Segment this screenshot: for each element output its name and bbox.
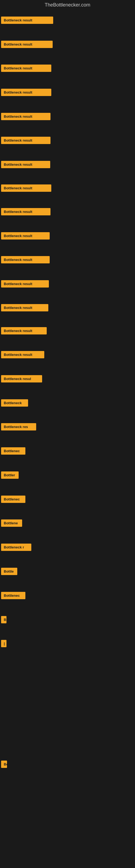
bottleneck-result-item: Bottleneck result [1,17,53,24]
bottleneck-result-item: Bottleneck res [1,423,36,431]
site-title: TheBottlenecker.com [0,0,135,9]
bottleneck-result-item: Bottleneck result [1,208,50,215]
bottleneck-result-item: Bottleneck resul [1,375,42,382]
bottleneck-result-item: Bottleneck result [1,41,53,48]
bottleneck-result-item: Bottleneck [1,399,28,407]
bottleneck-result-item: Bottleneck result [1,232,50,240]
bottleneck-result-item: Bottleneck r [1,544,31,551]
bottleneck-result-item: Bottleneck result [1,327,47,335]
bottleneck-result-item: Bottleneck result [1,184,51,192]
bottleneck-result-item: Bottlenec [1,447,26,455]
bottleneck-result-item: Bottleneck result [1,256,50,264]
bottleneck-result-item: Bottleneck result [1,89,51,96]
bottleneck-result-item: Bottler [1,471,18,479]
bottleneck-result-item: Bottlenec [1,592,26,599]
bottleneck-result-item: Bottlene [1,520,22,527]
bottleneck-result-item: | [1,640,6,647]
bottleneck-result-item: Bottleneck result [1,304,48,311]
bottleneck-result-item: Bottleneck result [1,280,49,287]
bottleneck-result-item: Bottlenec [1,496,26,503]
bottleneck-result-item: Bo [1,761,7,768]
bottleneck-result-item: Bottleneck result [1,161,50,168]
bottleneck-result-item: Bottleneck result [1,351,44,358]
bottleneck-result-item: B [1,616,6,623]
bottleneck-result-item: Bottleneck result [1,113,50,120]
bottleneck-result-item: Bottle [1,568,17,575]
bottleneck-result-item: Bottleneck result [1,65,51,72]
bottleneck-result-item: Bottleneck result [1,137,50,144]
